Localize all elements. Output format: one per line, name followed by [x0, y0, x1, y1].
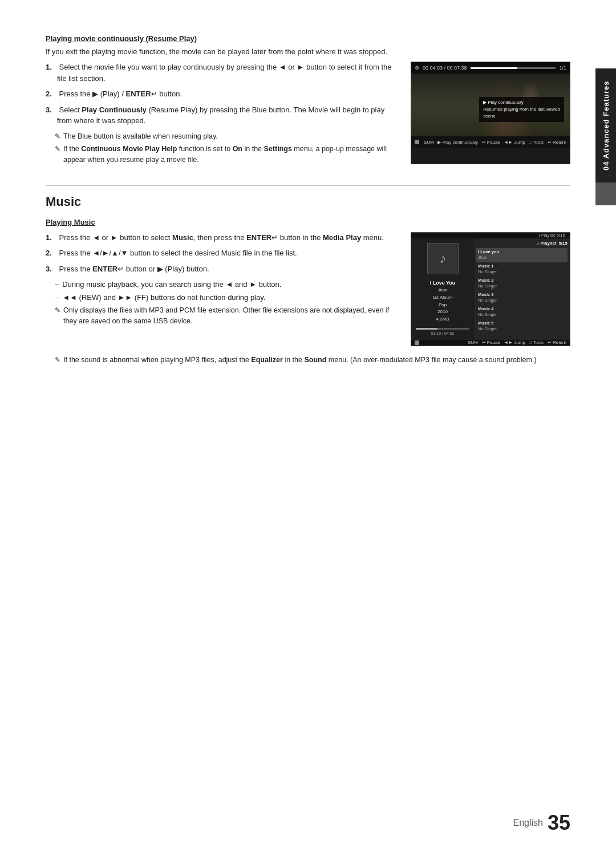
resume-note-1: ✎ The Blue button is available when resu…	[55, 131, 399, 142]
movie-popup: ▶ Play continuously Resumes playing from…	[479, 97, 564, 122]
music-left-panel: ♪ I Love You Jhon 1st Album Pop 2010 4.2…	[411, 238, 474, 340]
music-step-num-2: 2.	[46, 248, 57, 259]
step-text-2: Press the ▶ (Play) / ENTER↵ button.	[57, 88, 182, 100]
movie-overlay-bar: ⚙ 00:04:03 / 00:07:38 1/1	[411, 62, 570, 74]
track-name-0: I Love you	[478, 249, 499, 254]
music-step-num-1: 1.	[46, 232, 57, 244]
music-note-2: ✎ If the sound is abnormal when playing …	[55, 355, 570, 366]
music-note-text-2: If the sound is abnormal when playing MP…	[63, 355, 537, 366]
resume-section: Playing movie continuously (Resume Play)…	[46, 34, 570, 168]
movie-video-area: ⚙ 00:04:03 / 00:07:38 1/1 ▶ Play continu…	[411, 62, 570, 136]
music-year: 2010	[430, 309, 456, 316]
step-num-1: 1.	[46, 62, 57, 84]
music-controls-text: SUM ↵ Pause ◄► Jump □ Tools ↩ Return	[468, 340, 566, 345]
music-album-art: ♪	[427, 243, 459, 274]
music-step-text-1: Press the ◄ or ► button to select Music,…	[57, 232, 384, 244]
track-artist-3: No Singer	[478, 298, 497, 303]
music-control-dot	[415, 340, 419, 345]
track-artist-0: Jhon	[478, 255, 487, 260]
music-section: Music Playing Music 1. Press the ◄ or ► …	[46, 185, 570, 366]
music-section-title: Music	[46, 194, 570, 209]
music-time-current: 01:10	[431, 331, 441, 335]
movie-screenshot-box: ⚙ 00:04:03 / 00:07:38 1/1 ▶ Play continu…	[411, 62, 570, 164]
music-info: I Love You Jhon 1st Album Pop 2010 4.2MB	[430, 279, 456, 323]
track-artist-1: No Singer	[478, 269, 497, 274]
playlist-label-right: ♪ Playlist	[537, 241, 556, 246]
movie-progress-fill	[471, 67, 517, 69]
movie-track: 1/1	[559, 65, 566, 71]
music-progress: 01:10 / 04:02	[416, 328, 469, 335]
note-text-2: If the Continuous Movie Play Help functi…	[63, 144, 399, 165]
page-container: 04 Advanced Features Playing movie conti…	[0, 0, 616, 852]
movie-progress	[471, 67, 556, 69]
music-sub-title: Playing Music	[46, 218, 570, 226]
resume-step-2: 2. Press the ▶ (Play) / ENTER↵ button.	[46, 88, 399, 100]
music-screen-inner: ♪ Playlist 5/15 ♪ I Love You	[411, 233, 570, 346]
music-note-1: ✎ Only displays the files with MP3 and P…	[55, 305, 399, 327]
control-dot-1	[415, 140, 419, 144]
step-num-2: 2.	[46, 88, 57, 100]
music-step-1: 1. Press the ◄ or ► button to select Mus…	[46, 232, 399, 244]
track-name-4: Music 4	[478, 306, 494, 311]
resume-intro: If you exit the playing movie function, …	[46, 47, 570, 56]
playlist-item-3: Music 3 No Singer	[476, 291, 568, 305]
resume-step-1: 1. Select the movie file you want to pla…	[46, 62, 399, 84]
track-artist-5: No Singer	[478, 326, 497, 331]
track-name-2: Music 2	[478, 278, 494, 283]
page-footer: English 35	[513, 811, 570, 835]
music-step-2: 2. Press the ◄/►/▲/▼ button to select th…	[46, 248, 399, 259]
resume-steps: 1. Select the movie file you want to pla…	[46, 62, 399, 127]
note-icon-1: ✎	[55, 131, 60, 141]
music-steps: 1. Press the ◄ or ► button to select Mus…	[46, 232, 399, 275]
step-text-1: Select the movie file you want to play c…	[57, 62, 399, 84]
playlist-item-5: Music 5 No Singer	[476, 319, 568, 334]
sidebar-label: 04 Advanced Features	[602, 80, 610, 171]
movie-time: 00:04:03 / 00:07:38	[423, 65, 467, 71]
resume-note-2: ✎ If the Continuous Movie Play Help func…	[55, 144, 399, 165]
music-note-icon-2: ✎	[55, 355, 60, 365]
popup-line2: Resumes playing from the last viewedscen…	[483, 106, 560, 120]
music-step-text-2: Press the ◄/►/▲/▼ button to select the d…	[57, 248, 297, 259]
music-note-display: ♪	[439, 250, 446, 266]
music-content: 1. Press the ◄ or ► button to select Mus…	[46, 232, 570, 346]
playlist-item-0: I Love you Jhon	[476, 248, 568, 262]
movie-screenshot: ⚙ 00:04:03 / 00:07:38 1/1 ▶ Play continu…	[411, 62, 570, 164]
music-sub-list: During music playback, you can search us…	[55, 279, 399, 303]
music-content-area: ♪ I Love You Jhon 1st Album Pop 2010 4.2…	[411, 238, 570, 340]
resume-step-3: 3. Select Play Continuously (Resume Play…	[46, 104, 399, 127]
playlist-item-2: Music 2 No Singer	[476, 277, 568, 291]
note-text-1: The Blue button is available when resumi…	[63, 131, 218, 142]
music-screenshot: ♪ Playlist 5/15 ♪ I Love You	[411, 232, 570, 346]
music-step-num-3: 3.	[46, 263, 57, 275]
playlist-count-right: 5/15	[558, 241, 568, 246]
music-time-total: 04:02	[444, 331, 455, 335]
music-note-icon-1: ✎	[55, 305, 60, 315]
music-album: 1st Album	[430, 294, 456, 302]
movie-bottom-controls: SUM ▶ Play continuously ↵ Pause ◄► Jump …	[411, 136, 570, 148]
music-top-bar: ♪ Playlist 5/15	[411, 233, 570, 238]
movie-controls-text: SUM ▶ Play continuously ↵ Pause ◄► Jump …	[424, 140, 566, 145]
music-step-3: 3. Press the ENTER↵ button or ▶ (Play) b…	[46, 263, 399, 275]
track-name-1: Music 1	[478, 263, 494, 269]
music-step-text-3: Press the ENTER↵ button or ▶ (Play) butt…	[57, 263, 209, 275]
music-size: 4.2MB	[430, 316, 456, 323]
playlist-count: 5/15	[556, 233, 565, 238]
step-text-3: Select Play Continuously (Resume Play) b…	[57, 104, 399, 127]
movie-icon: ⚙	[415, 65, 419, 71]
note-icon-2: ✎	[55, 144, 60, 154]
resume-title: Playing movie continuously (Resume Play)	[46, 34, 570, 43]
music-bottom-bar: SUM ↵ Pause ◄► Jump □ Tools ↩ Return	[411, 340, 570, 346]
playlist-item-1: Music 1 No Singer	[476, 262, 568, 277]
music-right-panel: ♪ Playlist 5/15 I Love you Jhon Music 1 …	[474, 238, 570, 340]
track-artist-4: No Singer	[478, 312, 497, 317]
track-name-5: Music 5	[478, 320, 494, 326]
step-num-3: 3.	[46, 104, 57, 127]
music-progress-bar	[416, 328, 469, 330]
playlist-label: Playlist	[541, 233, 555, 238]
popup-line1: ▶ Play continuously	[483, 99, 560, 106]
music-screenshot-box: ♪ Playlist 5/15 ♪ I Love You	[411, 232, 570, 346]
sidebar-tab: 04 Advanced Features	[595, 68, 616, 182]
music-sub-2: ◄◄ (REW) and ►► (FF) buttons do not func…	[55, 292, 399, 303]
music-text: 1. Press the ◄ or ► button to select Mus…	[46, 232, 399, 329]
music-genre: Pop	[430, 302, 456, 309]
